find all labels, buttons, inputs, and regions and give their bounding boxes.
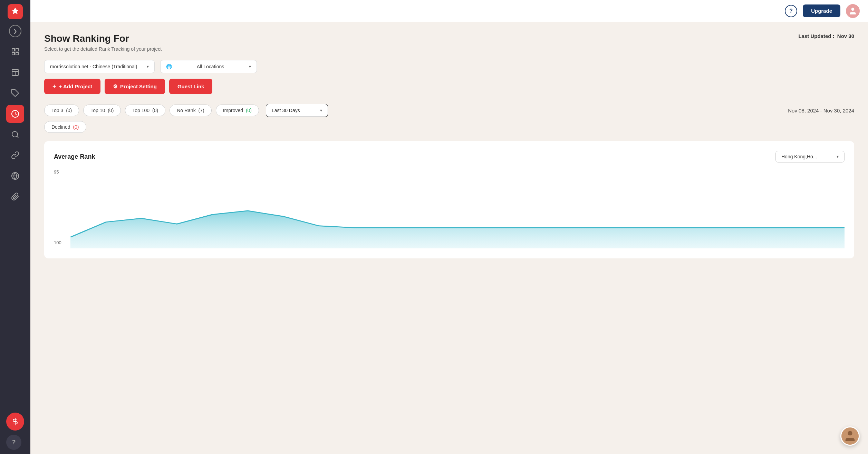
clip-icon: [11, 193, 19, 201]
y-label-100: 100: [54, 240, 61, 245]
svg-line-10: [17, 136, 18, 138]
date-range-label: Nov 08, 2024 - Nov 30, 2024: [788, 108, 854, 114]
gear-icon: ⚙: [113, 83, 117, 90]
guest-link-button[interactable]: Guest Link: [169, 79, 213, 94]
sidebar-item-dashboard[interactable]: [6, 43, 24, 61]
sidebar-item-global[interactable]: [6, 167, 24, 185]
chart-y-labels: 95 100: [54, 169, 64, 252]
stats-row-2: Declined (0): [44, 121, 854, 133]
svg-rect-2: [12, 52, 15, 55]
upgrade-button[interactable]: Upgrade: [803, 4, 840, 17]
global-icon: [11, 172, 19, 180]
tag-icon: [11, 89, 19, 97]
sidebar-item-search[interactable]: [6, 126, 24, 144]
globe-icon: 🌐: [166, 64, 172, 69]
svg-rect-1: [16, 49, 18, 51]
project-select[interactable]: morrissolution.net - Chinese (Traditiona…: [44, 60, 155, 73]
add-project-button[interactable]: + + Add Project: [44, 79, 100, 94]
chart-container: 95 100: [54, 169, 845, 252]
links-icon: [11, 151, 19, 159]
user-avatar[interactable]: [846, 4, 860, 18]
stat-declined[interactable]: Declined (0): [44, 121, 86, 133]
location-select-arrow: ▾: [249, 64, 251, 69]
date-range-arrow: ▾: [320, 108, 322, 113]
stats-row: Top 3 (0) Top 10 (0) Top 100 (0) No Rank…: [44, 104, 854, 117]
dashboard-icon: [11, 48, 19, 56]
rank-icon: [11, 110, 19, 118]
svg-rect-0: [12, 49, 15, 51]
page-title: Show Ranking For: [44, 33, 162, 44]
chat-avatar-icon: [843, 429, 857, 443]
filters-row: morrissolution.net - Chinese (Traditiona…: [44, 60, 854, 73]
svg-point-15: [848, 431, 852, 435]
stat-no-rank[interactable]: No Rank (7): [170, 105, 211, 116]
chart-header: Average Rank Hong Kong,Ho... ▾: [54, 151, 845, 162]
page-header: Show Ranking For Select to get the detai…: [44, 33, 854, 52]
project-select-arrow: ▾: [147, 64, 149, 69]
date-range-select[interactable]: Last 30 Days ▾: [266, 104, 328, 117]
sidebar-toggle[interactable]: ❯: [9, 25, 21, 37]
chat-avatar[interactable]: [840, 426, 860, 446]
action-buttons: + + Add Project ⚙ Project Setting Guest …: [44, 79, 854, 94]
y-label-95: 95: [54, 169, 61, 175]
stat-top100[interactable]: Top 100 (0): [125, 105, 165, 116]
chart-svg: [70, 169, 845, 252]
last-updated: Last Updated : Nov 30: [798, 33, 854, 39]
sidebar-item-billing[interactable]: [6, 413, 24, 431]
sidebar-item-clip[interactable]: [6, 188, 24, 206]
stat-top10[interactable]: Top 10 (0): [83, 105, 121, 116]
billing-icon: [11, 417, 19, 426]
sidebar-item-layout[interactable]: [6, 63, 24, 81]
help-button[interactable]: ?: [785, 5, 797, 17]
main-area: ? Upgrade Show Ranking For Select to get…: [30, 0, 868, 454]
chart-card: Average Rank Hong Kong,Ho... ▾ 95 100: [44, 141, 854, 258]
sidebar-item-links[interactable]: [6, 146, 24, 164]
plus-icon: +: [52, 83, 56, 90]
sidebar-help-button[interactable]: ?: [6, 435, 21, 450]
search-icon: [11, 130, 19, 139]
layout-icon: [11, 68, 19, 77]
avatar-icon: [848, 7, 857, 16]
sidebar-item-tag[interactable]: [6, 84, 24, 102]
sidebar: ❯: [0, 0, 30, 454]
svg-point-9: [12, 131, 18, 137]
stat-improved[interactable]: Improved (0): [216, 105, 259, 116]
chart-title: Average Rank: [54, 153, 95, 160]
location-select[interactable]: 🌐 All Locations ▾: [160, 60, 257, 73]
page-header-left: Show Ranking For Select to get the detai…: [44, 33, 162, 52]
logo-icon: [10, 7, 20, 17]
page-subtitle: Select to get the detailed Rank Tracking…: [44, 46, 162, 52]
svg-rect-3: [16, 52, 18, 55]
project-setting-button[interactable]: ⚙ Project Setting: [105, 79, 165, 94]
topbar: ? Upgrade: [30, 0, 868, 22]
app-logo[interactable]: [8, 4, 23, 19]
stat-top3[interactable]: Top 3 (0): [44, 105, 79, 116]
svg-point-14: [851, 8, 855, 11]
content-area: Show Ranking For Select to get the detai…: [30, 22, 868, 454]
chart-location-arrow: ▾: [837, 154, 839, 159]
sidebar-item-rank[interactable]: [6, 105, 24, 123]
chart-location-filter[interactable]: Hong Kong,Ho... ▾: [775, 151, 845, 162]
